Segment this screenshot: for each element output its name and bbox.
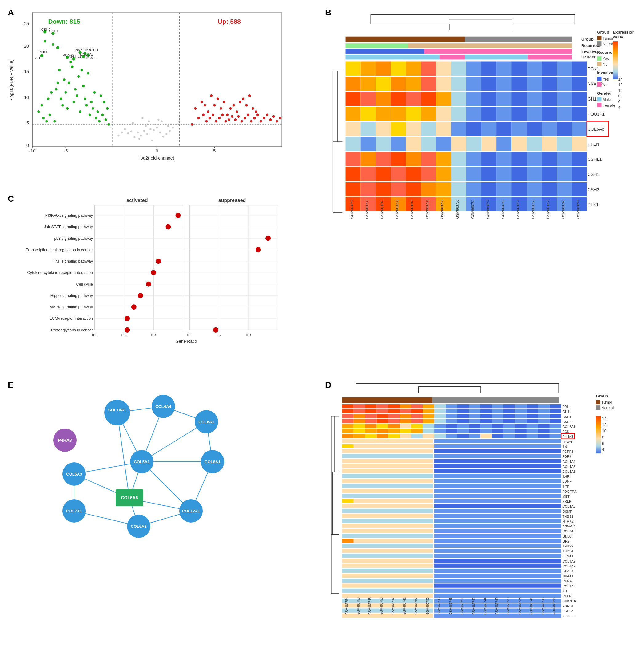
svg-rect-231 bbox=[346, 107, 361, 121]
pathway-labels: PI3K-Akt signaling pathway Jak-STAT sign… bbox=[26, 213, 93, 332]
svg-rect-186 bbox=[436, 61, 451, 75]
svg-rect-304 bbox=[406, 167, 421, 181]
svg-rect-695 bbox=[342, 584, 433, 588]
gene-label-csh1: CSH1 bbox=[49, 29, 59, 33]
svg-rect-190 bbox=[496, 61, 511, 75]
svg-text:GSM663736: GSM663736 bbox=[425, 199, 429, 219]
svg-rect-233 bbox=[376, 107, 391, 121]
svg-rect-495 bbox=[469, 409, 480, 413]
svg-point-49 bbox=[92, 107, 94, 110]
svg-point-38 bbox=[63, 78, 65, 81]
svg-text:GSM663753: GSM663753 bbox=[455, 199, 459, 219]
svg-text:GSM663755: GSM663755 bbox=[531, 199, 535, 219]
svg-text:5: 5 bbox=[213, 149, 215, 153]
svg-text:COL9A2: COL9A2 bbox=[562, 559, 576, 563]
svg-rect-370 bbox=[597, 42, 601, 46]
heatmap-d-row-pck1: PCK1 bbox=[342, 429, 571, 433]
svg-rect-466 bbox=[365, 404, 377, 408]
svg-point-7 bbox=[137, 131, 139, 133]
svg-text:Cell cycle: Cell cycle bbox=[76, 282, 93, 286]
svg-point-67 bbox=[47, 98, 49, 100]
svg-rect-325 bbox=[466, 182, 481, 197]
svg-rect-580 bbox=[527, 429, 538, 433]
svg-rect-512 bbox=[434, 414, 446, 418]
dotplot-svg: activated suppressed PI3K-Akt signaling … bbox=[6, 193, 320, 352]
svg-text:MET: MET bbox=[562, 495, 569, 498]
svg-text:PI3K-Akt signaling pathway: PI3K-Akt signaling pathway bbox=[45, 213, 93, 218]
svg-text:FGFR3: FGFR3 bbox=[562, 450, 573, 453]
svg-rect-588 bbox=[388, 434, 399, 438]
svg-text:0: 0 bbox=[27, 143, 29, 148]
svg-rect-478 bbox=[503, 404, 515, 408]
svg-rect-236 bbox=[421, 107, 436, 121]
svg-text:value: value bbox=[613, 35, 623, 39]
svg-text:EFNA1: EFNA1 bbox=[562, 554, 573, 558]
svg-point-68 bbox=[41, 104, 43, 106]
svg-point-104 bbox=[245, 104, 248, 106]
svg-point-76 bbox=[103, 101, 105, 103]
svg-text:ANGPT1: ANGPT1 bbox=[562, 525, 576, 528]
svg-rect-477 bbox=[492, 404, 503, 408]
svg-text:COL4A4: COL4A4 bbox=[155, 404, 171, 409]
svg-rect-584 bbox=[342, 434, 353, 438]
svg-rect-519 bbox=[515, 414, 526, 418]
svg-point-115 bbox=[221, 113, 224, 116]
svg-rect-256 bbox=[466, 122, 481, 136]
svg-rect-539 bbox=[515, 419, 526, 423]
svg-rect-464 bbox=[342, 404, 353, 408]
svg-point-433 bbox=[151, 270, 156, 275]
svg-text:GSM663744: GSM663744 bbox=[484, 597, 487, 615]
svg-point-6 bbox=[149, 128, 151, 130]
svg-point-72 bbox=[49, 113, 51, 116]
svg-rect-215 bbox=[361, 92, 376, 106]
svg-point-34 bbox=[179, 120, 180, 122]
svg-rect-601 bbox=[538, 434, 549, 438]
svg-text:Invasive: Invasive bbox=[581, 49, 597, 54]
svg-text:GSM663748: GSM663748 bbox=[561, 199, 565, 219]
svg-text:No: No bbox=[603, 62, 608, 67]
svg-text:Group: Group bbox=[597, 30, 609, 35]
svg-point-16 bbox=[169, 130, 171, 131]
svg-rect-262 bbox=[557, 122, 572, 136]
svg-rect-662 bbox=[434, 529, 561, 533]
svg-text:CSH2: CSH2 bbox=[562, 420, 572, 424]
svg-point-434 bbox=[146, 282, 151, 287]
svg-rect-223 bbox=[481, 92, 496, 106]
svg-rect-678 bbox=[434, 554, 561, 558]
svg-point-9 bbox=[131, 131, 132, 132]
panel-d-label: D bbox=[325, 380, 331, 390]
panel-c: C activated suppressed PI3K-Akt signalin… bbox=[6, 193, 320, 352]
svg-rect-188 bbox=[466, 61, 481, 75]
svg-rect-298 bbox=[572, 152, 587, 166]
svg-rect-622 bbox=[434, 464, 561, 468]
svg-rect-599 bbox=[515, 434, 526, 438]
svg-point-81 bbox=[56, 46, 59, 49]
panel-e: E bbox=[6, 379, 320, 539]
svg-rect-275 bbox=[481, 137, 496, 151]
svg-rect-228 bbox=[557, 92, 572, 106]
svg-rect-578 bbox=[503, 429, 515, 433]
svg-rect-507 bbox=[377, 414, 388, 418]
svg-text:10: 10 bbox=[24, 95, 29, 100]
svg-rect-219 bbox=[421, 92, 436, 106]
svg-rect-241 bbox=[496, 107, 511, 121]
svg-text:GSM663738: GSM663738 bbox=[395, 199, 399, 219]
svg-rect-480 bbox=[527, 404, 538, 408]
svg-text:CSH1: CSH1 bbox=[562, 415, 572, 419]
svg-point-77 bbox=[106, 107, 108, 110]
svg-rect-509 bbox=[400, 414, 411, 418]
svg-rect-634 bbox=[434, 484, 561, 488]
svg-text:GSM663751: GSM663751 bbox=[471, 199, 475, 219]
svg-point-94 bbox=[213, 104, 215, 106]
svg-rect-565 bbox=[354, 429, 365, 433]
svg-point-430 bbox=[175, 213, 181, 218]
svg-rect-291 bbox=[466, 152, 481, 166]
svg-rect-242 bbox=[511, 107, 527, 121]
svg-rect-487 bbox=[377, 409, 388, 413]
svg-text:PTEN: PTEN bbox=[587, 142, 599, 147]
heatmap-row-prl: PRL bbox=[342, 404, 569, 409]
svg-rect-184 bbox=[406, 61, 421, 75]
svg-rect-395 bbox=[613, 42, 617, 79]
svg-text:COL2A1: COL2A1 bbox=[562, 425, 576, 429]
svg-rect-570 bbox=[411, 429, 423, 433]
